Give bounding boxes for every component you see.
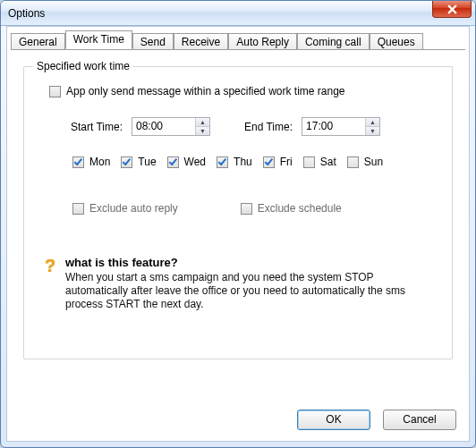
tab-work-time[interactable]: Work Time bbox=[65, 30, 132, 49]
weekday-row: Mon Tue Wed Thu Fri Sat Sun bbox=[72, 156, 439, 168]
end-time-down[interactable]: ▼ bbox=[366, 126, 379, 135]
tab-receive[interactable]: Receive bbox=[174, 33, 228, 50]
day-sat-checkbox[interactable] bbox=[303, 156, 315, 168]
exclude-autoreply-checkbox[interactable] bbox=[72, 203, 84, 215]
day-mon-checkbox[interactable] bbox=[72, 156, 84, 168]
start-time-label: Start Time: bbox=[60, 121, 123, 133]
day-tue-checkbox[interactable] bbox=[121, 156, 132, 168]
day-sun-checkbox[interactable] bbox=[347, 156, 359, 168]
specified-work-time-group: Specified work time App only send messag… bbox=[23, 66, 453, 359]
titlebar[interactable]: Options bbox=[1, 1, 475, 26]
start-time-input[interactable]: 08:00 ▲ ▼ bbox=[132, 117, 210, 136]
end-time-value: 17:00 bbox=[302, 118, 365, 135]
cancel-button[interactable]: Cancel bbox=[383, 410, 456, 430]
start-time-up[interactable]: ▲ bbox=[196, 118, 209, 126]
exclude-autoreply-label: Exclude auto reply bbox=[89, 202, 178, 215]
tab-send[interactable]: Send bbox=[132, 33, 174, 50]
tab-content-work-time: Specified work time App only send messag… bbox=[7, 50, 469, 401]
end-time-label: End Time: bbox=[244, 121, 293, 133]
day-wed-checkbox[interactable] bbox=[167, 156, 179, 168]
day-mon-label: Mon bbox=[89, 156, 110, 168]
enable-work-time-row: App only send message within a specified… bbox=[49, 85, 439, 97]
dialog-button-row: OK Cancel bbox=[7, 401, 469, 441]
day-thu-checkbox[interactable] bbox=[217, 156, 228, 168]
tab-coming-call[interactable]: Coming call bbox=[297, 33, 370, 50]
day-tue-label: Tue bbox=[138, 156, 156, 168]
day-fri-label: Fri bbox=[280, 156, 293, 168]
start-time-value: 08:00 bbox=[132, 118, 195, 135]
day-sat-label: Sat bbox=[320, 156, 336, 168]
enable-work-time-label: App only send message within a specified… bbox=[66, 85, 345, 97]
tab-strip: General Work Time Send Receive Auto Repl… bbox=[7, 27, 469, 49]
options-dialog: Options General Work Time Send Receive A… bbox=[0, 0, 476, 448]
client-area: General Work Time Send Receive Auto Repl… bbox=[6, 26, 470, 442]
group-title: Specified work time bbox=[33, 60, 133, 72]
time-range-row: Start Time: 08:00 ▲ ▼ End Time: 17:00 ▲ bbox=[37, 117, 439, 136]
tab-queues[interactable]: Queues bbox=[370, 33, 423, 50]
tab-general[interactable]: General bbox=[11, 33, 65, 50]
day-thu-label: Thu bbox=[234, 156, 252, 168]
help-block: ? what is this feature? When you start a… bbox=[42, 256, 439, 311]
window-close-button[interactable] bbox=[432, 1, 472, 18]
day-sun-label: Sun bbox=[364, 156, 383, 168]
end-time-input[interactable]: 17:00 ▲ ▼ bbox=[302, 117, 380, 136]
question-icon: ? bbox=[42, 256, 58, 311]
start-time-down[interactable]: ▼ bbox=[196, 126, 209, 135]
tab-auto-reply[interactable]: Auto Reply bbox=[228, 33, 297, 50]
help-body: When you start a sms campaign and you ne… bbox=[65, 271, 423, 311]
exclude-schedule-label: Exclude schedule bbox=[258, 202, 342, 215]
enable-work-time-checkbox[interactable] bbox=[49, 86, 61, 97]
day-wed-label: Wed bbox=[184, 156, 206, 168]
help-title: what is this feature? bbox=[65, 256, 423, 269]
end-time-up[interactable]: ▲ bbox=[366, 118, 379, 126]
exclude-row: Exclude auto reply Exclude schedule bbox=[72, 202, 439, 215]
close-icon bbox=[447, 4, 457, 14]
ok-button[interactable]: OK bbox=[297, 410, 370, 430]
exclude-schedule-checkbox[interactable] bbox=[241, 203, 252, 215]
day-fri-checkbox[interactable] bbox=[263, 156, 275, 168]
window-title: Options bbox=[8, 7, 45, 20]
